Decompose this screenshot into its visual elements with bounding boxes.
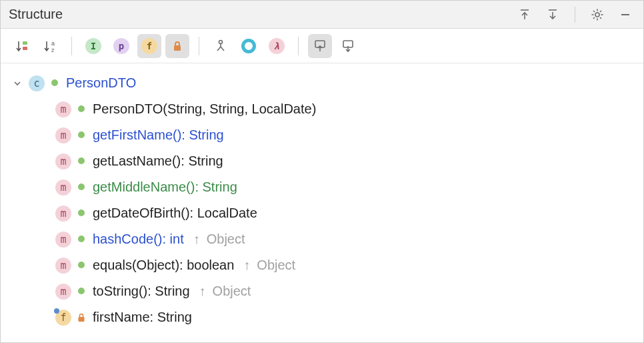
interface-icon: I [85,38,101,54]
node-label: PersonDTO(String, String, LocalDate) [93,101,316,117]
method-node[interactable]: mgetDateOfBirth(): LocalDate [9,200,635,226]
svg-line-7 [593,17,595,19]
node-label: getFirstName(): String [93,127,224,143]
svg-text:a: a [51,40,55,47]
node-label: toString(): String [93,284,190,299]
svg-rect-13 [174,45,181,51]
public-icon [77,234,87,245]
origin-label: Object [207,232,245,247]
field-icon: f [141,38,157,54]
fork-icon [214,39,227,53]
sort-alphabetically-button[interactable]: az [38,34,62,58]
origin-label: Object [257,258,295,273]
scroll-from-icon [313,39,327,53]
show-interfaces-button[interactable]: I [81,34,105,58]
method-icon: m [55,258,71,274]
svg-rect-26 [79,317,85,322]
toolbar: az I p f λ [1,29,643,63]
collapse-all-icon[interactable] [543,5,563,25]
up-arrow-icon: ↑ [199,284,206,299]
node-label: hashCode(): int [93,232,184,247]
expand-all-icon[interactable] [515,5,535,25]
public-icon [50,78,61,89]
method-node[interactable]: mequals(Object): boolean↑Object [9,252,635,278]
svg-point-14 [219,40,223,43]
public-icon [77,156,87,167]
method-icon: m [55,153,71,169]
origin-label: Object [213,284,251,299]
svg-point-0 [595,13,599,17]
node-label: getDateOfBirth(): LocalDate [93,206,257,221]
public-icon [77,208,87,219]
sort-by-visibility-button[interactable] [10,34,34,58]
svg-rect-9 [23,41,27,45]
svg-line-8 [600,11,601,12]
autoscroll-from-source-button[interactable] [308,34,332,58]
ring-icon [241,39,256,53]
method-node[interactable]: mhashCode(): int↑Object [9,226,635,252]
class-node[interactable]: c PersonDTO [9,70,635,96]
node-label: getMiddleName(): String [93,180,237,195]
svg-point-23 [78,236,85,242]
field-icon: f [55,310,71,326]
panel-header: Structure [1,1,643,29]
method-node[interactable]: mtoString(): String↑Object [9,278,635,304]
field-node[interactable]: ffirstName: String [9,304,635,330]
public-icon [77,260,87,271]
node-label: firstName: String [93,310,192,325]
gear-icon[interactable] [587,5,607,25]
method-icon: m [55,180,71,196]
method-node[interactable]: mgetFirstName(): String [9,122,635,148]
svg-line-5 [593,11,595,12]
autoscroll-to-source-button[interactable] [336,34,360,58]
svg-point-25 [78,288,85,294]
header-actions [515,5,635,25]
svg-point-17 [51,79,58,86]
node-label: equals(Object): boolean [93,258,234,273]
show-nonpublic-button[interactable] [165,34,189,58]
class-icon: c [29,75,45,91]
show-properties-button[interactable]: p [109,34,133,58]
node-label: PersonDTO [66,75,136,91]
method-node[interactable]: mPersonDTO(String, String, LocalDate) [9,96,635,122]
structure-tree: c PersonDTO mPersonDTO(String, String, L… [1,63,643,342]
lock-icon [172,40,183,52]
method-node[interactable]: mgetMiddleName(): String [9,174,635,200]
separator [575,7,575,23]
method-icon: m [55,101,71,117]
up-arrow-icon: ↑ [243,258,250,273]
public-icon [77,130,87,141]
separator [298,37,299,55]
chevron-down-icon[interactable] [11,77,23,89]
svg-rect-10 [23,47,27,50]
method-icon: m [55,127,71,143]
svg-line-6 [600,17,601,19]
show-anonymous-button[interactable] [237,34,261,58]
scroll-to-icon [341,39,355,53]
public-icon [77,104,87,115]
method-node[interactable]: mgetLastName(): String [9,148,635,174]
method-icon: m [55,232,71,248]
separator [71,37,72,55]
up-arrow-icon: ↑ [193,232,200,247]
svg-point-22 [78,210,85,216]
svg-point-24 [78,262,85,268]
svg-text:z: z [51,47,55,53]
svg-point-18 [78,105,85,112]
node-label: getLastName(): String [93,153,223,169]
lambda-icon: λ [269,38,285,54]
svg-point-19 [78,131,85,138]
svg-point-20 [78,157,85,164]
public-icon [77,182,87,193]
method-icon: m [55,206,71,222]
show-lambdas-button[interactable]: λ [265,34,289,58]
private-icon [77,312,87,323]
show-fields-button[interactable]: f [137,34,161,58]
method-icon: m [55,284,71,300]
property-icon: p [113,38,129,54]
show-inherited-button[interactable] [209,34,233,58]
minimize-icon[interactable] [615,5,635,25]
public-icon [77,286,87,297]
separator [199,37,199,55]
svg-point-21 [78,184,85,190]
